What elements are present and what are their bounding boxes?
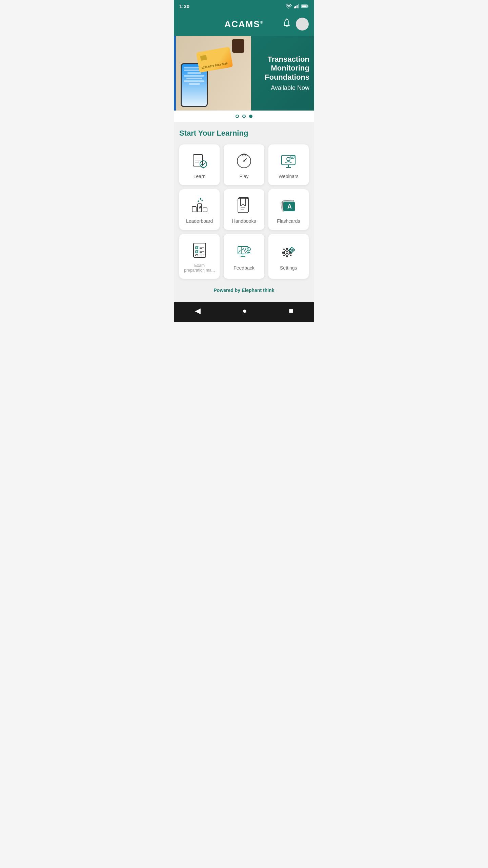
svg-point-0 xyxy=(288,8,289,8)
svg-rect-2 xyxy=(295,6,296,8)
svg-rect-28 xyxy=(192,206,196,212)
svg-point-74 xyxy=(291,249,293,251)
svg-rect-75 xyxy=(291,247,292,248)
exam-card[interactable]: Exampreparation ma... xyxy=(179,234,220,279)
webinars-card[interactable]: Webinars xyxy=(268,144,309,185)
status-bar: 1:30 xyxy=(174,0,314,12)
svg-rect-36 xyxy=(238,198,248,213)
svg-rect-71 xyxy=(283,254,285,256)
svg-text:A: A xyxy=(287,203,292,210)
carousel-dot-1[interactable] xyxy=(236,115,239,118)
carousel-dot-3[interactable] xyxy=(249,115,252,118)
nav-home-button[interactable]: ● xyxy=(242,307,247,315)
svg-point-61 xyxy=(247,248,250,251)
flashcards-label: Flashcards xyxy=(277,218,300,224)
banner-sub-text: Available Now xyxy=(254,84,309,92)
notification-bell-icon[interactable] xyxy=(282,18,291,30)
svg-rect-78 xyxy=(294,249,295,251)
card-grid-row-3: Exampreparation ma... xyxy=(179,234,309,279)
exam-icon xyxy=(190,241,209,260)
app-title: ACAMS® xyxy=(224,19,263,29)
svg-point-8 xyxy=(286,19,287,20)
svg-rect-67 xyxy=(282,252,284,254)
svg-point-24 xyxy=(287,157,290,161)
svg-rect-76 xyxy=(291,252,292,253)
section-title: Start Your Learning xyxy=(179,129,309,138)
play-card[interactable]: Play xyxy=(224,144,264,185)
signal-icon xyxy=(294,4,299,8)
svg-rect-66 xyxy=(286,256,288,257)
user-avatar[interactable] xyxy=(296,18,309,31)
svg-rect-30 xyxy=(203,208,207,212)
webinars-label: Webinars xyxy=(279,174,299,179)
navigation-bar: ◀ ● ■ xyxy=(174,302,314,322)
nav-back-button[interactable]: ◀ xyxy=(195,307,201,315)
settings-label: Settings xyxy=(280,265,297,271)
svg-point-64 xyxy=(286,252,288,254)
main-content: Start Your Learning Learn xyxy=(174,122,314,302)
svg-rect-72 xyxy=(290,254,292,256)
svg-line-62 xyxy=(245,251,247,253)
svg-rect-25 xyxy=(291,156,294,158)
carousel-dot-2[interactable] xyxy=(242,115,246,118)
svg-rect-57 xyxy=(238,246,248,254)
feedback-card[interactable]: Feedback xyxy=(224,234,264,279)
flashcards-card[interactable]: A Flashcards xyxy=(268,189,309,230)
banner-accent xyxy=(174,36,176,111)
handbooks-card[interactable]: Handbooks xyxy=(224,189,264,230)
svg-text:✦: ✦ xyxy=(201,199,204,202)
feedback-icon xyxy=(235,243,253,262)
svg-rect-1 xyxy=(294,7,295,8)
app-header: ACAMS® xyxy=(174,12,314,36)
play-label: Play xyxy=(239,174,248,179)
svg-point-73 xyxy=(290,248,294,252)
svg-rect-77 xyxy=(289,249,290,251)
learn-label: Learn xyxy=(194,174,206,179)
svg-rect-54 xyxy=(196,255,198,256)
handbooks-label: Handbooks xyxy=(232,218,256,224)
leaderboard-icon: A ✦ ✦ ✦ xyxy=(190,197,209,215)
card-grid-row-1: Learn Play xyxy=(179,144,309,185)
promo-banner[interactable]: 1234 5678 9012 3456 TransactionMonitorin… xyxy=(174,36,314,122)
svg-rect-69 xyxy=(283,248,285,250)
status-icons xyxy=(286,4,309,8)
learn-card[interactable]: Learn xyxy=(179,144,220,185)
play-icon xyxy=(235,152,253,170)
settings-card[interactable]: Settings xyxy=(268,234,309,279)
coffee-graphic xyxy=(232,39,244,53)
banner-image: 1234 5678 9012 3456 xyxy=(174,36,251,111)
svg-rect-4 xyxy=(298,4,299,8)
feedback-label: Feedback xyxy=(233,265,254,271)
status-time: 1:30 xyxy=(179,3,189,9)
exam-label: Exampreparation ma... xyxy=(184,263,215,273)
svg-rect-65 xyxy=(286,248,288,250)
svg-rect-7 xyxy=(302,5,307,7)
header-actions xyxy=(282,18,309,31)
banner-main-text: TransactionMonitoringFoundations xyxy=(254,55,309,82)
leaderboard-label: Leaderboard xyxy=(186,218,213,224)
svg-point-63 xyxy=(284,250,290,255)
flashcards-icon: A xyxy=(279,197,298,215)
settings-icon xyxy=(279,243,298,262)
leaderboard-card[interactable]: A ✦ ✦ ✦ Leaderboard xyxy=(179,189,220,230)
svg-point-19 xyxy=(243,160,245,162)
svg-rect-6 xyxy=(308,5,308,6)
footer-powered-by: Powered by Elephant think xyxy=(179,283,309,296)
wifi-icon xyxy=(286,4,292,8)
handbooks-icon xyxy=(235,197,253,215)
webinars-icon xyxy=(279,152,298,170)
banner-text-area: TransactionMonitoringFoundations Availab… xyxy=(251,50,314,97)
carousel-dots xyxy=(174,111,314,122)
card-grid-row-2: A ✦ ✦ ✦ Leaderboard Handbook xyxy=(179,189,309,230)
brand-name: Elephant think xyxy=(242,288,274,293)
learn-icon xyxy=(190,152,209,170)
battery-icon xyxy=(301,4,309,8)
svg-rect-3 xyxy=(297,5,298,8)
svg-text:A: A xyxy=(199,205,201,209)
nav-recents-button[interactable]: ■ xyxy=(289,307,293,315)
